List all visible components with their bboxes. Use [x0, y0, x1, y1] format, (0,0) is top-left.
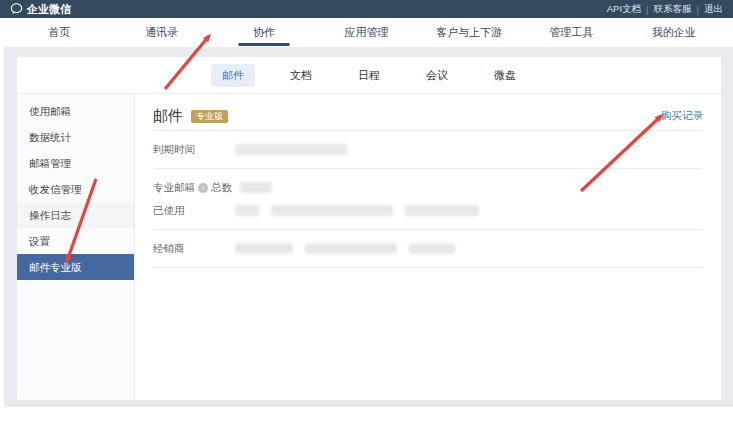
- app-logo[interactable]: 企业微信: [10, 2, 71, 17]
- topbar-link-api-docs[interactable]: API文档: [607, 3, 641, 16]
- expiry-group: 到期时间: [153, 131, 703, 168]
- nav-item-home[interactable]: 首页: [8, 18, 110, 47]
- card-body: 使用邮箱 数据统计 邮箱管理 收发信管理 操作日志 设置 邮件专业版 邮件 专业…: [17, 94, 721, 399]
- pro-mailbox-label: 专业邮箱: [153, 181, 195, 195]
- tab-meeting[interactable]: 会议: [415, 64, 459, 87]
- sidebar-item-send-receive-management[interactable]: 收发信管理: [17, 176, 134, 202]
- chat-bubble-icon: [10, 3, 23, 15]
- divider: [153, 267, 703, 268]
- subtabs: 邮件 文档 日程 会议 微盘: [17, 57, 721, 94]
- distributor-group: 经销商: [153, 230, 703, 267]
- collaboration-panel: 邮件 文档 日程 会议 微盘 使用邮箱 数据统计 邮箱管理 收发信管理 操作日志…: [17, 57, 721, 400]
- nav-item-collaboration[interactable]: 协作: [213, 18, 315, 47]
- nav-item-customers-upstream-downstream[interactable]: 客户与上下游: [418, 18, 520, 47]
- separator: |: [646, 4, 648, 15]
- separator: |: [697, 4, 699, 15]
- sidebar-item-use-mailbox[interactable]: 使用邮箱: [17, 98, 134, 124]
- tab-drive[interactable]: 微盘: [483, 64, 527, 87]
- tab-schedule[interactable]: 日程: [347, 64, 391, 87]
- expiry-row: 到期时间: [153, 138, 703, 161]
- info-icon[interactable]: [198, 183, 208, 193]
- purchase-history-link[interactable]: 购买记录: [661, 109, 703, 123]
- total-label: 总数: [211, 181, 232, 195]
- mailbox-total-row: 专业邮箱 总数: [153, 176, 703, 199]
- redacted-blur: [305, 243, 397, 254]
- mailbox-usage-group: 专业邮箱 总数 已使用: [153, 169, 703, 229]
- pro-version-badge: 专业版: [191, 110, 228, 123]
- sidebar-item-operation-log[interactable]: 操作日志: [17, 202, 134, 228]
- nav-item-app-management[interactable]: 应用管理: [315, 18, 417, 47]
- screen: 企业微信 API文档 | 联系客服 | 退出 首页 通讯录 协作 应用管理 客户…: [0, 0, 733, 422]
- sidebar-item-data-stats[interactable]: 数据统计: [17, 124, 134, 150]
- used-label: 已使用: [153, 204, 235, 218]
- nav-item-admin-tools[interactable]: 管理工具: [520, 18, 622, 47]
- tab-mail[interactable]: 邮件: [211, 64, 255, 87]
- sidebar-item-mail-pro[interactable]: 邮件专业版: [17, 254, 134, 280]
- nav-item-contacts[interactable]: 通讯录: [110, 18, 212, 47]
- redacted-blur: [240, 182, 272, 193]
- sidebar-item-settings[interactable]: 设置: [17, 228, 134, 254]
- topbar-link-contact-support[interactable]: 联系客服: [654, 3, 692, 16]
- redacted-blur: [235, 144, 347, 155]
- redacted-blur: [235, 243, 293, 254]
- distributor-row: 经销商: [153, 237, 703, 260]
- content-header: 邮件 专业版 购买记录: [153, 102, 703, 130]
- redacted-blur: [271, 205, 393, 216]
- sidebar: 使用邮箱 数据统计 邮箱管理 收发信管理 操作日志 设置 邮件专业版: [17, 94, 135, 399]
- page-title: 邮件: [153, 107, 183, 126]
- topbar-links: API文档 | 联系客服 | 退出: [607, 3, 723, 16]
- mailbox-total-label: 专业邮箱 总数: [153, 181, 232, 195]
- main-content: 邮件 专业版 购买记录 到期时间 专业邮箱: [135, 94, 721, 399]
- distributor-label: 经销商: [153, 242, 235, 256]
- redacted-blur: [409, 243, 455, 254]
- sidebar-item-mailbox-management[interactable]: 邮箱管理: [17, 150, 134, 176]
- mailbox-total-value-redacted: [240, 182, 284, 193]
- expiry-value-redacted: [235, 144, 359, 155]
- topbar-link-logout[interactable]: 退出: [704, 3, 723, 16]
- app-logo-text: 企业微信: [27, 2, 71, 17]
- topbar: 企业微信 API文档 | 联系客服 | 退出: [0, 0, 733, 18]
- distributor-value-redacted: [235, 243, 467, 254]
- expiry-label: 到期时间: [153, 143, 235, 157]
- nav-item-my-company[interactable]: 我的企业: [623, 18, 725, 47]
- tab-docs[interactable]: 文档: [279, 64, 323, 87]
- mailbox-used-row: 已使用: [153, 199, 703, 222]
- main-nav: 首页 通讯录 协作 应用管理 客户与上下游 管理工具 我的企业: [0, 18, 733, 47]
- redacted-blur: [235, 205, 259, 216]
- redacted-blur: [405, 205, 479, 216]
- used-value-redacted: [235, 205, 491, 216]
